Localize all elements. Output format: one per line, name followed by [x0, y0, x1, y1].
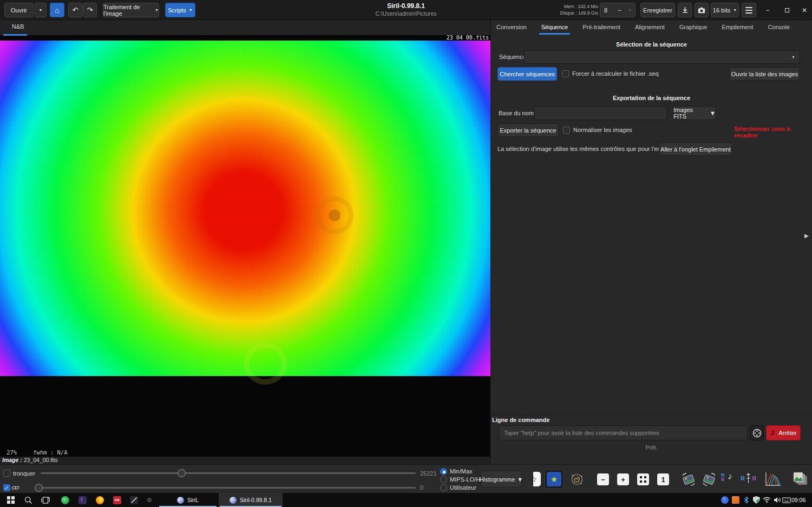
- restore-button[interactable]: [780, 3, 795, 17]
- tab-alignement[interactable]: Alignement: [635, 21, 665, 35]
- radio-user[interactable]: [440, 484, 447, 491]
- zoom-spinner[interactable]: 8 − +: [600, 3, 636, 17]
- tab-pretraitement[interactable]: Pré-traitement: [582, 21, 620, 35]
- tab-conversion[interactable]: Conversion: [496, 21, 527, 35]
- tab-nb[interactable]: N&B: [5, 22, 31, 31]
- stop-label: Arrêter: [778, 430, 797, 436]
- bit-depth-select[interactable]: 16 bits▼: [711, 3, 739, 17]
- tray-defender-button[interactable]: ✓: [751, 493, 762, 507]
- tray-keyboard-button[interactable]: [781, 493, 792, 507]
- low-slider-thumb[interactable]: [35, 484, 43, 492]
- tab-sequence[interactable]: Séquence: [541, 21, 568, 35]
- green-app-button[interactable]: [57, 493, 73, 507]
- control-panel: Conversion Séquence Pré-traitement Align…: [491, 20, 812, 464]
- rotate-left-button[interactable]: [681, 472, 696, 487]
- tray-orange-app-button[interactable]: [730, 493, 741, 507]
- base-name-input[interactable]: [534, 106, 667, 120]
- rotate-right-button[interactable]: [702, 472, 717, 487]
- save-as-button[interactable]: [678, 3, 692, 17]
- start-button[interactable]: [3, 493, 18, 507]
- star-app-button[interactable]: ☆: [142, 493, 156, 507]
- zoom-increase-button[interactable]: +: [625, 6, 635, 14]
- save-button[interactable]: Enregistrer: [640, 3, 675, 17]
- fits-image-canvas[interactable]: [0, 41, 490, 376]
- high-slider-track[interactable]: [41, 472, 416, 474]
- panel-expand-handle[interactable]: ▶: [804, 233, 809, 239]
- undo-button[interactable]: ↶: [68, 3, 82, 17]
- firefox-button[interactable]: [92, 493, 107, 507]
- taskbar-window-siril-full[interactable]: Siril-0.99.8.1: [219, 493, 283, 507]
- chain-link-button[interactable]: [11, 484, 19, 491]
- taskbar-window-siril[interactable]: SiriL: [158, 493, 218, 507]
- snapshot-button[interactable]: [695, 3, 709, 17]
- tab-graphique[interactable]: Graphique: [679, 21, 707, 35]
- sequence-combobox[interactable]: ▼: [523, 50, 800, 64]
- task-view-button[interactable]: [38, 493, 53, 507]
- goto-stacking-button[interactable]: Aller à l'onglet Empilement: [659, 142, 732, 156]
- home-button[interactable]: ⌂: [50, 3, 64, 17]
- tab-empilement[interactable]: Empilement: [722, 21, 753, 35]
- command-input[interactable]: [499, 425, 748, 440]
- save-label: Enregistrer: [643, 7, 672, 14]
- radio-minmax-label: Min/Max: [450, 468, 473, 475]
- radio-mips[interactable]: [440, 476, 447, 483]
- tray-siril-button[interactable]: ☾: [719, 493, 730, 507]
- galaxy-icon: [569, 472, 585, 487]
- fit-to-window-button[interactable]: [637, 473, 649, 485]
- taskbar-search-button[interactable]: [21, 493, 36, 507]
- tray-bluetooth-button[interactable]: [741, 493, 751, 507]
- nightsky-app-button[interactable]: ☾: [75, 493, 90, 507]
- truncate-checkbox[interactable]: [3, 470, 10, 477]
- tab-console[interactable]: Console: [768, 21, 789, 35]
- flip-vertical-button[interactable]: R B ↷: [721, 473, 732, 482]
- tray-wifi-button[interactable]: [761, 493, 772, 507]
- firefox-icon: [96, 496, 104, 504]
- high-slider-thumb[interactable]: [178, 469, 186, 477]
- open-dropdown-button[interactable]: ▼: [35, 3, 47, 17]
- star-detection-toggle[interactable]: ☆: [526, 472, 541, 486]
- check-icon: ✓: [4, 485, 9, 491]
- image-ring-artifact: [316, 196, 353, 234]
- viewer-tabbar: N&B: [0, 20, 490, 35]
- image-dot-artifact: [329, 209, 340, 221]
- search-sequences-button[interactable]: Chercher séquences: [497, 67, 557, 81]
- scripts-menu[interactable]: Scripts▼: [165, 3, 195, 17]
- zoom-decrease-button[interactable]: −: [614, 6, 625, 14]
- hamburger-menu-button[interactable]: [742, 3, 756, 17]
- export-format-select[interactable]: Images FITS▼: [673, 106, 716, 120]
- display-mode-select[interactable]: Histogramme ▼: [481, 471, 522, 488]
- histogram-transform-button[interactable]: [764, 471, 782, 487]
- force-recalc-checkbox[interactable]: [562, 70, 569, 77]
- asi-app-button[interactable]: ASI: [109, 493, 125, 507]
- link-sliders-checkbox[interactable]: ✓: [3, 484, 10, 491]
- flip-horizontal-button[interactable]: R Я: [741, 473, 756, 484]
- open-sequence-frames-button[interactable]: [790, 471, 809, 487]
- psf-star-button[interactable]: ★: [545, 470, 564, 489]
- image-processing-menu[interactable]: Traitement de l'image▼: [103, 3, 159, 17]
- zoom-one-to-one-button[interactable]: 1: [657, 473, 669, 485]
- close-button[interactable]: ✕: [797, 3, 812, 17]
- zoom-out-button[interactable]: −: [597, 473, 609, 485]
- normalize-images-checkbox[interactable]: [563, 127, 570, 134]
- command-list-button[interactable]: [750, 425, 764, 440]
- stop-button[interactable]: ✗ Arrêter: [766, 425, 801, 440]
- astrometry-button[interactable]: [569, 472, 585, 487]
- search-icon: [24, 496, 32, 504]
- chevron-down-icon: ▼: [791, 55, 795, 59]
- undo-icon: ↶: [73, 6, 78, 14]
- open-button[interactable]: Ouvrir: [4, 3, 34, 17]
- export-heading: Exportation de la séquence: [491, 95, 812, 101]
- low-slider-track[interactable]: [35, 487, 416, 489]
- filename-overlay: 23_04_00.fits: [447, 35, 489, 41]
- export-sequence-button[interactable]: Exporter la séquence: [497, 123, 559, 137]
- redo-button[interactable]: ↷: [83, 3, 97, 17]
- select-crop-zone-label: Sélectionner zone à recadrer: [734, 126, 812, 139]
- zoom-in-button[interactable]: +: [617, 473, 629, 485]
- minimize-button[interactable]: −: [760, 3, 775, 17]
- redo-icon: ↷: [87, 6, 93, 14]
- windows-taskbar: ☾ ASI ☆ SiriL Siril-0.99.8.1 ☾: [0, 493, 812, 507]
- taskbar-clock[interactable]: 09:06: [791, 493, 806, 507]
- open-image-list-button[interactable]: Ouvrir la liste des images: [729, 67, 800, 81]
- radio-minmax[interactable]: [440, 468, 447, 475]
- photo-editor-button[interactable]: [126, 493, 141, 507]
